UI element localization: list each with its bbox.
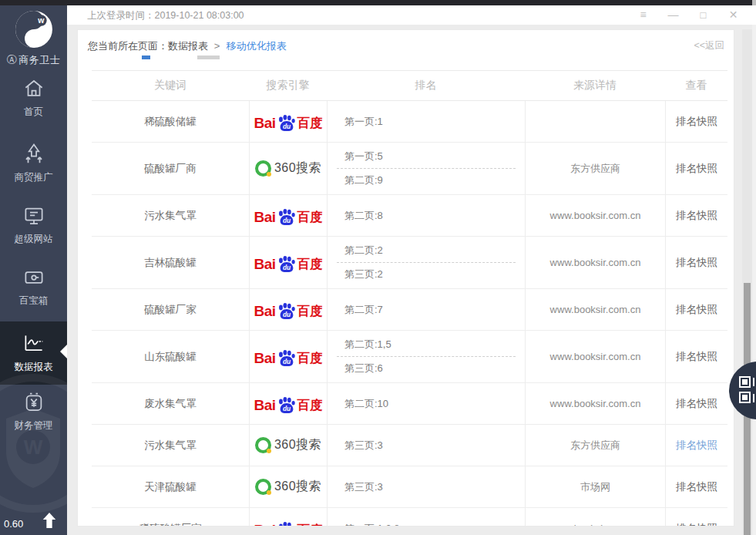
version-label: 0.60 [4,518,23,530]
clipped-tab-fragment-gray [197,56,220,59]
source-cell: www.booksir.com.cn [525,508,665,527]
rank-cell: 第二页:7 [327,289,525,330]
snapshot-link[interactable]: 排名快照 [676,439,717,453]
baidu-paw-icon: du [277,301,297,321]
strip-end-fragment [752,0,756,5]
snapshot-link[interactable]: 排名快照 [676,397,717,411]
baidu-logo: Bai du 百度 [254,394,322,414]
snapshot-link[interactable]: 排名快照 [676,115,717,129]
source-cell: www.booksir.com.cn [525,331,665,382]
engine-cell: Bai du 百度 [249,383,327,424]
360-search-logo: 360搜索 [255,479,321,495]
snapshot-link[interactable]: 排名快照 [676,209,717,223]
shield-watermark-icon: W [0,366,67,520]
svg-text:du: du [282,311,290,318]
baidu-latin-text: Bai [254,350,275,367]
svg-text:du: du [282,405,290,412]
engine-cell: Bai du 百度 [249,289,327,330]
rank-value: 第三页:6 [337,361,516,376]
360-ring-icon [255,437,271,453]
svg-text:du: du [282,264,290,271]
view-cell: 排名快照 [665,383,727,424]
rank-cell: 第一页:1 [327,101,525,142]
table-row: 硫酸罐厂家 Bai du 百度 第二页:7www.booksir.com.cn排… [92,289,727,331]
rank-value: 第一页:1 [337,114,516,130]
snapshot-link[interactable]: 排名快照 [676,522,717,527]
rank-value: 第二页:9 [337,173,516,188]
snapshot-link[interactable]: 排名快照 [676,256,717,270]
minimize-icon[interactable]: — [658,8,688,22]
snapshot-link[interactable]: 排名快照 [676,303,717,317]
baidu-logo: Bai du 百度 [254,300,322,320]
baidu-paw-icon: du [277,395,297,416]
rank-cell: 第二页:1,5第三页:6 [327,331,525,382]
engine-cell: Bai du 百度 [249,331,327,382]
source-cell: www.booksir.com.cn [525,383,665,424]
snapshot-link[interactable]: 排名快照 [676,480,717,494]
sidebar-item-label: 商贸推广 [0,171,67,184]
view-cell: 排名快照 [665,466,727,507]
baidu-logo: Bai du 百度 [254,519,322,527]
menu-icon[interactable]: ≡ [628,8,658,22]
baidu-cn-text: 百度 [297,350,323,367]
snapshot-link[interactable]: 排名快照 [676,162,717,176]
app-logo-icon: w [15,10,53,49]
snapshot-link[interactable]: 排名快照 [676,350,717,364]
rank-cell: 第二页:2第三页:2 [327,237,525,288]
sidebar-item-label: 超级网站 [0,233,67,246]
close-icon[interactable]: ✕ [718,8,748,22]
breadcrumb-current-link[interactable]: 移动优化报表 [227,40,287,52]
background-window-strip [0,0,756,5]
brand-name: 商务卫士 [18,54,60,66]
sidebar-item-home[interactable]: 首页 [0,77,67,119]
rank-divider [337,356,516,357]
svg-text:du: du [282,123,290,130]
view-cell: 排名快照 [665,425,727,466]
view-cell: 排名快照 [665,508,727,527]
baidu-latin-text: Bai [254,303,275,320]
keyword-cell: 硫酸罐厂家 [92,289,249,330]
rank-value: 第二页:10 [337,396,516,412]
rank-cell: 第一页:1,2,8 [327,508,525,527]
source-cell: www.booksir.com.cn [525,289,665,330]
back-link[interactable]: <<返回 [694,39,724,52]
rank-cell: 第三页:3 [327,425,525,466]
rank-value: 第二页:2 [337,243,516,258]
baidu-latin-text: Bai [254,256,275,273]
promotion-icon [22,143,45,166]
rank-value: 第三页:2 [337,267,516,282]
baidu-logo: Bai du 百度 [254,347,322,367]
brand-badge-icon: Ⓐ [7,54,18,66]
baidu-paw-icon: du [277,254,297,274]
sidebar-item-promotion[interactable]: 商贸推广 [0,143,67,184]
baidu-latin-text: Bai [254,209,275,226]
sidebar-item-website[interactable]: 超级网站 [0,204,67,246]
keyword-cell: 稀硫酸储罐 [92,101,249,142]
rank-value: 第二页:8 [337,208,516,224]
window-titlebar: 上次登录时间：2019-10-21 08:03:00 ≡ — □ ✕ [67,5,756,25]
baidu-paw-icon: du [277,348,297,368]
table-row: 稀硫酸罐厂家 Bai du 百度 第一页:1,2,8www.booksir.co… [92,508,727,527]
keyword-cell: 污水集气罩 [92,195,249,236]
source-cell: 东方供应商 [525,425,665,466]
keyword-cell: 山东硫酸罐 [92,331,249,382]
baidu-paw-icon: du [277,113,297,133]
maximize-icon[interactable]: □ [688,8,718,22]
source-cell: www.booksir.com.cn [525,237,665,288]
rank-divider [337,262,516,263]
home-icon [22,77,45,100]
sidebar-item-toolbox[interactable]: 百宝箱 [0,266,67,308]
active-item-notch [60,345,67,358]
rank-divider [337,168,516,169]
view-cell: 排名快照 [665,143,727,194]
rank-value: 第一页:1,2,8 [337,521,516,527]
baidu-cn-text: 百度 [297,303,323,320]
table-row: 污水集气罩 Bai du 百度 第二页:8www.booksir.com.cn排… [92,195,727,237]
breadcrumb-bar: 您当前所在页面：数据报表 > 移动优化报表 <<返回 [78,30,734,61]
back-to-top-arrow-icon[interactable] [41,511,58,530]
keyword-cell: 污水集气罩 [92,425,249,466]
rank-cell: 第三页:3 [327,466,525,507]
view-cell: 排名快照 [665,237,727,288]
window-controls: ≡ — □ ✕ [628,8,748,22]
rank-value: 第二页:7 [337,302,516,318]
